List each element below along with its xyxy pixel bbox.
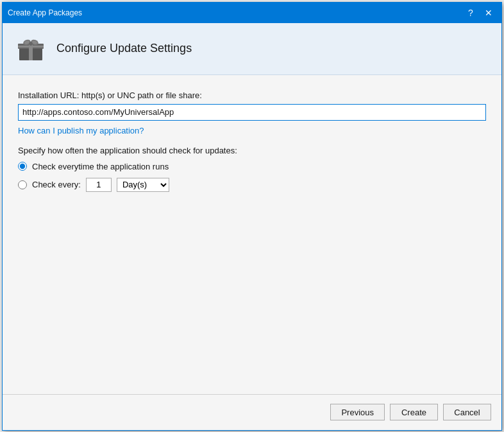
header-area: Configure Update Settings — [3, 23, 501, 75]
help-button[interactable]: ? — [463, 5, 478, 21]
publish-link[interactable]: How can I publish my application? — [18, 126, 144, 135]
radio-group: Check everytime the application runs Che… — [18, 162, 486, 192]
dialog-window: Create App Packages ? ✕ — [2, 2, 502, 431]
app-icon — [15, 33, 46, 64]
radio-every-label[interactable]: Check every: — [32, 180, 81, 189]
create-button[interactable]: Create — [390, 404, 438, 420]
footer-area: Previous Create Cancel — [3, 394, 501, 430]
radio-everytime-label[interactable]: Check everytime the application runs — [32, 162, 169, 171]
title-bar-controls: ? ✕ — [463, 5, 496, 21]
title-bar-text: Create App Packages — [8, 8, 82, 17]
radio-every[interactable] — [18, 180, 27, 189]
radio-everytime[interactable] — [18, 162, 27, 171]
close-button[interactable]: ✕ — [481, 5, 496, 21]
content-area: Installation URL: http(s) or UNC path or… — [3, 75, 501, 394]
title-bar: Create App Packages ? ✕ — [3, 3, 501, 23]
radio-item-everytime: Check everytime the application runs — [18, 162, 486, 171]
url-label: Installation URL: http(s) or UNC path or… — [18, 91, 486, 100]
previous-button[interactable]: Previous — [330, 404, 385, 420]
url-input[interactable] — [18, 104, 486, 121]
update-freq-label: Specify how often the application should… — [18, 146, 486, 155]
svg-rect-3 — [18, 46, 44, 48]
svg-point-6 — [29, 42, 33, 46]
header-title: Configure Update Settings — [56, 42, 192, 55]
cancel-button[interactable]: Cancel — [443, 404, 491, 420]
radio-item-every: Check every: Day(s) Week(s) Month(s) — [18, 178, 486, 192]
period-dropdown[interactable]: Day(s) Week(s) Month(s) — [117, 178, 169, 192]
check-every-number-input[interactable] — [86, 178, 112, 192]
